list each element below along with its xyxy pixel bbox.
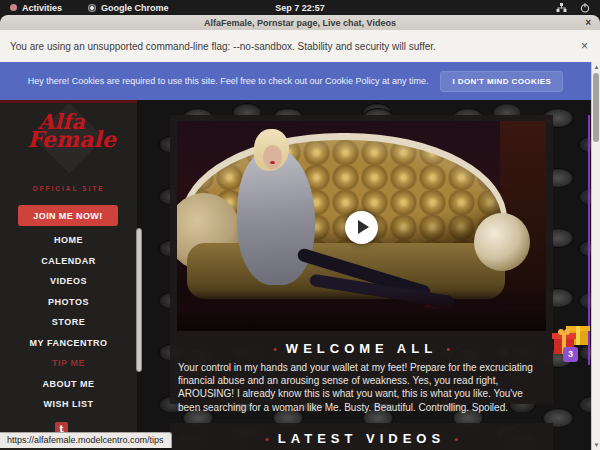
heading-bullet: •: [446, 343, 450, 355]
site-logo[interactable]: Alfa Female: [0, 111, 137, 181]
welcome-heading-text: WELCOME ALL: [286, 341, 437, 356]
window-close-button[interactable]: ×: [585, 15, 591, 30]
cookie-message: Hey there! Cookies are required to use t…: [28, 76, 429, 86]
figure-lips-shape: [270, 161, 275, 164]
window-title-bar[interactable]: AlfaFemale, Pornstar page, Live chat, Vi…: [0, 15, 600, 30]
power-icon[interactable]: [580, 3, 590, 13]
web-page: Alfa Female OFFICIAL SITE JOIN ME NOW! H…: [0, 100, 591, 450]
gift-count-badge: 3: [563, 347, 578, 362]
sidebar-item-store[interactable]: STORE: [0, 312, 137, 333]
sidebar-item-my-fancentro[interactable]: MY FANCENTRO: [0, 333, 137, 354]
sidebar-scrollbar[interactable]: [136, 228, 142, 372]
heading-bullet: •: [265, 433, 269, 445]
sidebar-item-tip-me[interactable]: TIP ME: [0, 353, 137, 374]
status-bar-url: https://alfafemale.modelcentro.com/tips: [0, 432, 172, 448]
network-icon[interactable]: [556, 2, 567, 13]
gifts-widget[interactable]: 3: [551, 322, 591, 366]
sidebar-item-calendar[interactable]: CALENDAR: [0, 251, 137, 272]
welcome-heading: • WELCOME ALL •: [170, 341, 553, 356]
figure-face-shape: [263, 145, 282, 169]
scrollbar-thumb[interactable]: [593, 73, 599, 142]
cookie-banner: Hey there! Cookies are required to use t…: [0, 62, 591, 100]
welcome-body-text: Your control in my hands and your wallet…: [178, 361, 545, 414]
infobar-message: You are using an unsupported command-lin…: [10, 41, 436, 52]
chrome-infobar: You are using an unsupported command-lin…: [0, 30, 600, 62]
play-button[interactable]: [345, 211, 378, 244]
desktop-screen: Activities Google Chrome Sep 7 22:57 Alf…: [0, 0, 600, 450]
official-site-label: OFFICIAL SITE: [0, 185, 137, 192]
heading-bullet: •: [273, 343, 277, 355]
sidebar-item-photos[interactable]: PHOTOS: [0, 292, 137, 313]
sidebar-item-about-me[interactable]: ABOUT ME: [0, 374, 137, 395]
join-me-now-button[interactable]: JOIN ME NOW!: [18, 205, 118, 226]
sidebar-item-home[interactable]: HOME: [0, 230, 137, 251]
window-title: AlfaFemale, Pornstar page, Live chat, Vi…: [204, 18, 396, 28]
latest-videos-section: • LATEST VIDEOS •: [170, 423, 553, 450]
sidebar: Alfa Female OFFICIAL SITE JOIN ME NOW! H…: [0, 100, 137, 450]
armrest-shape: [474, 213, 530, 271]
logo-line-2: Female: [6, 128, 137, 150]
floor-shadow: [177, 291, 546, 331]
play-icon: [358, 220, 369, 234]
page-scrollbar[interactable]: ▲ ▼: [591, 62, 600, 450]
infobar-close-icon[interactable]: ×: [581, 39, 588, 53]
sidebar-item-wish-list[interactable]: WISH LIST: [0, 394, 137, 415]
sidebar-item-videos[interactable]: VIDEOS: [0, 271, 137, 292]
cookie-accept-button[interactable]: I DON'T MIND COOKIES: [440, 71, 563, 92]
welcome-section: • WELCOME ALL • Your control in my hands…: [170, 115, 553, 404]
video-thumbnail[interactable]: [177, 121, 546, 331]
scroll-up-arrow-icon[interactable]: ▲: [592, 64, 600, 70]
latest-videos-heading: • LATEST VIDEOS •: [170, 431, 553, 446]
gnome-top-bar: Activities Google Chrome Sep 7 22:57: [0, 0, 600, 15]
latest-videos-heading-text: LATEST VIDEOS: [278, 431, 445, 446]
clock[interactable]: Sep 7 22:57: [0, 3, 600, 13]
scroll-down-arrow-icon[interactable]: ▼: [592, 442, 600, 448]
heading-bullet: •: [454, 433, 458, 445]
sidebar-nav: HOME CALENDAR VIDEOS PHOTOS STORE MY FAN…: [0, 230, 137, 415]
